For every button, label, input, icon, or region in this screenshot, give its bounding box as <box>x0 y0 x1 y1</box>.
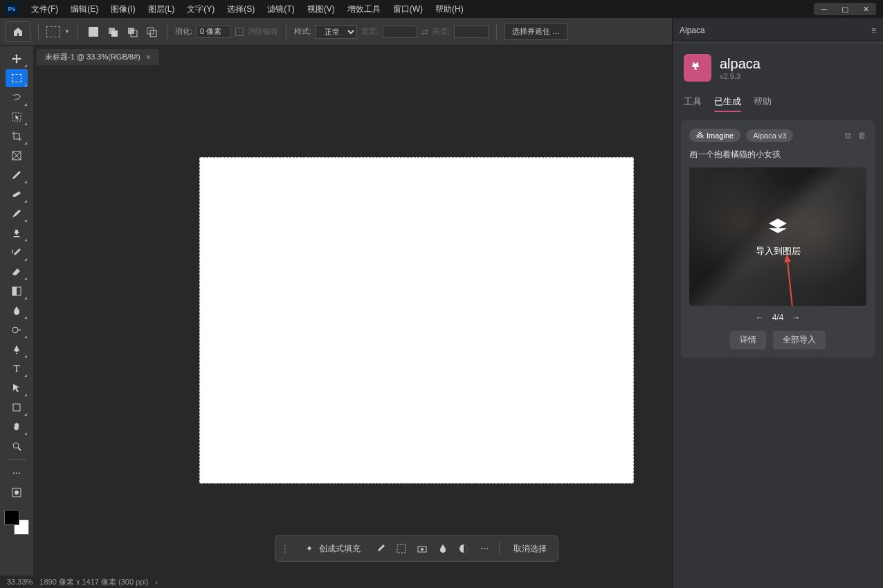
titlebar: Ps 文件(F)编辑(E)图像(I)图层(L)文字(Y)选择(S)滤镜(T)视图… <box>0 0 883 18</box>
hand-tool[interactable] <box>6 418 28 436</box>
menu-item[interactable]: 文件(F) <box>25 3 64 15</box>
move-tool[interactable] <box>6 50 28 68</box>
layers-icon <box>766 216 790 239</box>
close-button[interactable]: ✕ <box>855 3 876 15</box>
window-controls: ─ ▢ ✕ <box>814 3 876 15</box>
generative-fill-button[interactable]: ✦ 创成式填充 <box>298 540 366 557</box>
menu-item[interactable]: 图层(L) <box>142 3 181 15</box>
alpaca-panel-title: Alpaca <box>680 26 705 35</box>
feather-label: 羽化: <box>175 26 192 37</box>
menu-item[interactable]: 增效工具 <box>341 3 387 15</box>
document-dimensions: 1890 像素 x 1417 像素 (300 ppi) <box>39 577 148 587</box>
svg-point-13 <box>13 443 19 448</box>
menu-item[interactable]: 选择(S) <box>221 3 261 15</box>
svg-rect-10 <box>12 287 17 295</box>
blur-tool[interactable] <box>6 302 28 320</box>
wand-icon: ⁂ <box>696 131 704 140</box>
alpaca-tab-help[interactable]: 帮助 <box>754 93 772 112</box>
history-brush-tool[interactable] <box>6 244 28 261</box>
maximize-button[interactable]: ▢ <box>835 3 855 15</box>
chevron-right-icon[interactable]: › <box>155 578 158 586</box>
pen-tool[interactable] <box>6 340 28 358</box>
eyedropper-tool[interactable] <box>6 166 28 184</box>
svg-point-15 <box>15 490 19 495</box>
menu-item[interactable]: 滤镜(T) <box>261 3 300 15</box>
menu-item[interactable]: 窗口(W) <box>387 3 429 15</box>
minimize-button[interactable]: ─ <box>814 3 835 15</box>
menu-item[interactable]: 帮助(H) <box>429 3 470 15</box>
menu-item[interactable]: 视图(V) <box>301 3 341 15</box>
drag-handle-icon[interactable]: ⋮ <box>281 544 289 553</box>
generation-prompt: 画一个抱着橘猫的小女孩 <box>689 149 866 160</box>
frame-tool[interactable] <box>6 147 28 165</box>
intersect-selection-icon[interactable] <box>144 24 159 39</box>
menu-item[interactable]: 编辑(E) <box>64 3 104 15</box>
more-icon[interactable]: ⋯ <box>478 542 491 555</box>
alpaca-tabs: 工具 已生成 帮助 <box>673 93 883 112</box>
model-tag[interactable]: Alpaca v3 <box>746 129 793 142</box>
shape-tool[interactable] <box>6 398 28 416</box>
close-tab-icon[interactable]: × <box>146 53 151 62</box>
healing-brush-tool[interactable] <box>6 185 28 203</box>
foreground-color[interactable] <box>4 510 19 525</box>
menu-item[interactable]: 图像(I) <box>104 3 141 15</box>
zoom-tool[interactable] <box>6 437 28 455</box>
style-select[interactable]: 正常 <box>316 25 357 39</box>
mask-icon[interactable] <box>457 542 470 555</box>
brush-tool[interactable] <box>6 205 28 223</box>
width-input <box>383 26 417 38</box>
new-selection-icon[interactable] <box>86 24 101 39</box>
canvas[interactable] <box>199 157 634 484</box>
antialias-label: 消除锯齿 <box>248 26 278 37</box>
contextual-taskbar: ⋮ ✦ 创成式填充 ⋯ 取消选择 <box>275 535 558 562</box>
quickmask-button[interactable] <box>6 484 28 502</box>
deselect-button[interactable]: 取消选择 <box>508 541 552 557</box>
adjust-icon[interactable] <box>395 542 408 555</box>
gradient-tool[interactable] <box>6 282 28 300</box>
lasso-tool[interactable] <box>6 89 28 107</box>
next-arrow-icon[interactable]: → <box>792 313 800 322</box>
zoom-level[interactable]: 33.33% <box>7 578 33 586</box>
alpaca-tab-tools[interactable]: 工具 <box>684 93 702 112</box>
object-selection-tool[interactable] <box>6 108 28 126</box>
crop-tool[interactable] <box>6 127 28 145</box>
antialias-checkbox[interactable] <box>235 28 244 36</box>
edit-toolbar-button[interactable]: ⋯ <box>6 464 28 482</box>
path-selection-tool[interactable] <box>6 379 28 397</box>
copy-icon[interactable]: ⧉ <box>845 131 851 140</box>
fill-icon[interactable] <box>437 542 449 555</box>
clone-stamp-tool[interactable] <box>6 224 28 242</box>
alpaca-panel: Alpaca ≡ alpaca v2.9.3 工具 已生成 帮助 ⁂ Imagi… <box>672 18 883 588</box>
select-and-mask-button[interactable]: 选择并遮住 … <box>504 23 567 40</box>
photoshop-logo: Ps <box>6 3 18 15</box>
brush-icon[interactable] <box>374 542 387 555</box>
marquee-tool[interactable] <box>6 69 28 87</box>
image-pager: ← 4/4 → <box>689 313 866 322</box>
type-tool[interactable]: T <box>6 360 28 378</box>
generated-image[interactable]: 导入到图层 <box>689 167 866 306</box>
camera-icon[interactable] <box>416 542 428 555</box>
prev-arrow-icon[interactable]: ← <box>756 313 764 322</box>
svg-point-18 <box>421 548 424 551</box>
menu-item[interactable]: 文字(Y) <box>181 3 221 15</box>
home-button[interactable] <box>6 21 30 42</box>
subtract-selection-icon[interactable] <box>125 24 140 39</box>
document-tab-label: 未标题-1 @ 33.3%(RGB/8#) <box>45 52 140 62</box>
color-swatches[interactable] <box>4 510 29 535</box>
swap-wh-icon: ⇄ <box>421 27 428 37</box>
annotation-arrow <box>786 255 810 306</box>
panel-menu-icon[interactable]: ≡ <box>871 26 876 35</box>
import-all-button[interactable]: 全部导入 <box>773 331 826 349</box>
svg-rect-12 <box>13 404 20 411</box>
detail-button[interactable]: 详情 <box>730 331 766 349</box>
add-selection-icon[interactable] <box>105 24 120 39</box>
tool-preset-picker[interactable] <box>46 26 60 37</box>
eraser-tool[interactable] <box>6 263 28 281</box>
dodge-tool[interactable] <box>6 321 28 339</box>
document-tab[interactable]: 未标题-1 @ 33.3%(RGB/8#) × <box>37 49 159 65</box>
delete-icon[interactable]: 🗑 <box>858 131 866 140</box>
feather-input[interactable] <box>197 26 231 38</box>
alpaca-version: v2.9.3 <box>720 72 761 80</box>
alpaca-tab-generated[interactable]: 已生成 <box>714 93 741 112</box>
imagine-tag[interactable]: ⁂ Imagine <box>689 129 740 142</box>
